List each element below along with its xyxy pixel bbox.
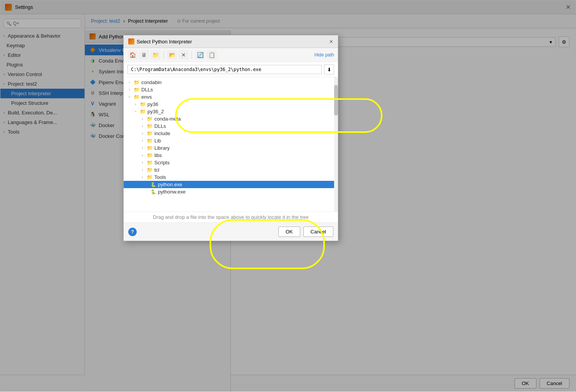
help-button[interactable]: ? bbox=[128, 228, 137, 236]
folder-icon: 📁 bbox=[134, 87, 140, 93]
select-interpreter-modal: Select Python Interpreter ✕ 🏠 🖥 📁 📂 ✕ 🔄 … bbox=[123, 35, 338, 241]
tree-item-libs[interactable]: › 📁 libs bbox=[124, 152, 338, 159]
folder-icon: 📁 bbox=[147, 145, 153, 151]
tree-item-label: libs bbox=[154, 152, 162, 158]
toolbar-separator bbox=[164, 51, 164, 59]
modal-titlebar: Select Python Interpreter ✕ bbox=[124, 35, 338, 48]
chevron-icon: › bbox=[133, 102, 138, 106]
modal-title: Select Python Interpreter bbox=[137, 39, 192, 45]
folder-icon: 📁 bbox=[134, 79, 140, 85]
toolbar-new-folder-button[interactable]: 📂 bbox=[167, 50, 177, 60]
tree-item-label: DLLs bbox=[141, 87, 153, 93]
file-icon: 🐍 bbox=[151, 182, 156, 187]
chevron-icon: › bbox=[140, 146, 145, 150]
drag-hint-text: Drag and drop a file into the space abov… bbox=[153, 214, 308, 220]
tree-item-label: tcl bbox=[154, 167, 159, 173]
modal-title-left: Select Python Interpreter bbox=[128, 38, 192, 45]
tree-item-label: py36 bbox=[147, 101, 158, 107]
tree-item-envs[interactable]: › 📁 envs bbox=[124, 93, 338, 101]
tree-item-dlls2[interactable]: › 📁 DLLs bbox=[124, 122, 338, 130]
folder-icon: 📁 bbox=[147, 138, 153, 144]
modal-toolbar: 🏠 🖥 📁 📂 ✕ 🔄 📋 Hide path bbox=[124, 48, 338, 62]
folder-icon: 📁 bbox=[147, 123, 153, 129]
tree-item-py36[interactable]: › 📁 py36 bbox=[124, 101, 338, 108]
toolbar-refresh-button[interactable]: 🔄 bbox=[195, 50, 205, 60]
tree-item-include[interactable]: › 📁 include bbox=[124, 130, 338, 137]
hide-path-link[interactable]: Hide path bbox=[314, 52, 334, 58]
toolbar-separator-2 bbox=[192, 51, 192, 59]
tree-item-label: conda-meta bbox=[154, 116, 181, 122]
tree-item-dlls[interactable]: › 📁 DLLs bbox=[124, 86, 338, 93]
tree-item-conda-meta[interactable]: › 📁 conda-meta bbox=[124, 115, 338, 122]
folder-icon: 📁 bbox=[134, 94, 140, 100]
tree-item-label: pythonw.exe bbox=[158, 189, 185, 195]
tree-item-lib[interactable]: › 📁 Lib bbox=[124, 137, 338, 144]
folder-icon: 📁 bbox=[147, 152, 153, 158]
toolbar-copy-button[interactable]: 📋 bbox=[207, 50, 217, 60]
toolbar-folder-button[interactable]: 📁 bbox=[151, 50, 161, 60]
chevron-icon: › bbox=[140, 117, 145, 121]
toolbar-monitor-button[interactable]: 🖥 bbox=[139, 50, 149, 60]
tree-item-label: include bbox=[154, 131, 170, 136]
modal-footer: ? OK Cancel bbox=[124, 222, 338, 241]
toolbar-home-button[interactable]: 🏠 bbox=[127, 50, 137, 60]
scrollbar-track[interactable] bbox=[334, 77, 338, 212]
tree-item-label: Lib bbox=[154, 138, 161, 144]
modal-ok-button[interactable]: OK bbox=[278, 227, 300, 237]
chevron-icon: › bbox=[140, 168, 145, 172]
path-input-row: ⬇ bbox=[124, 62, 338, 77]
folder-icon: 📁 bbox=[147, 167, 153, 173]
chevron-icon: › bbox=[127, 94, 132, 100]
settings-window: Settings ✕ 🔍 › Appearance & Behavior Key… bbox=[0, 0, 576, 392]
folder-icon: 📁 bbox=[147, 160, 153, 165]
tree-item-label: Scripts bbox=[154, 160, 170, 165]
file-icon: 🐍 bbox=[151, 189, 156, 195]
tree-item-condabin[interactable]: › 📁 condabin bbox=[124, 79, 338, 86]
folder-icon: 📁 bbox=[140, 109, 146, 114]
modal-cancel-button[interactable]: Cancel bbox=[303, 227, 333, 237]
folder-icon: 📁 bbox=[147, 131, 153, 136]
chevron-icon: › bbox=[134, 109, 138, 114]
chevron-icon: › bbox=[140, 124, 145, 128]
tree-item-label: Tools bbox=[154, 174, 166, 180]
chevron-icon: › bbox=[140, 175, 145, 179]
tree-item-label: python.exe bbox=[158, 182, 182, 187]
tree-item-tools[interactable]: › 📁 Tools bbox=[124, 174, 338, 181]
path-input[interactable] bbox=[127, 65, 322, 74]
modal-close-button[interactable]: ✕ bbox=[329, 39, 333, 45]
chevron-icon: › bbox=[140, 160, 145, 165]
folder-icon: 📁 bbox=[140, 101, 146, 107]
drag-hint: Drag and drop a file into the space abov… bbox=[124, 212, 338, 222]
modal-buttons: OK Cancel bbox=[278, 227, 333, 237]
tree-item-scripts[interactable]: › 📁 Scripts bbox=[124, 159, 338, 166]
tree-item-label: Library bbox=[154, 145, 170, 151]
chevron-icon: › bbox=[127, 88, 132, 92]
folder-icon: 📁 bbox=[147, 174, 153, 180]
file-tree: › 📁 condabin › 📁 DLLs › 📁 envs › 📁 py36 bbox=[124, 77, 338, 212]
tree-item-label: py36_2 bbox=[147, 109, 164, 114]
tree-item-label: envs bbox=[141, 94, 152, 100]
tree-item-label: condabin bbox=[141, 79, 162, 85]
scrollbar-thumb[interactable] bbox=[334, 85, 338, 116]
path-download-button[interactable]: ⬇ bbox=[324, 65, 334, 74]
chevron-icon: › bbox=[140, 139, 145, 143]
tree-item-py36_2[interactable]: › 📁 py36_2 bbox=[124, 108, 338, 115]
tree-item-tcl[interactable]: › 📁 tcl bbox=[124, 166, 338, 174]
tree-item-label: DLLs bbox=[154, 123, 166, 129]
toolbar-delete-button[interactable]: ✕ bbox=[179, 50, 189, 60]
modal-icon bbox=[128, 38, 134, 45]
chevron-icon: › bbox=[140, 153, 145, 157]
tree-item-python-exe[interactable]: 🐍 python.exe bbox=[124, 181, 338, 188]
chevron-icon: › bbox=[127, 80, 132, 84]
chevron-icon: › bbox=[140, 131, 145, 136]
tree-item-library[interactable]: › 📁 Library bbox=[124, 144, 338, 152]
tree-item-pythonw-exe[interactable]: 🐍 pythonw.exe bbox=[124, 188, 338, 195]
folder-icon: 📁 bbox=[147, 116, 153, 122]
